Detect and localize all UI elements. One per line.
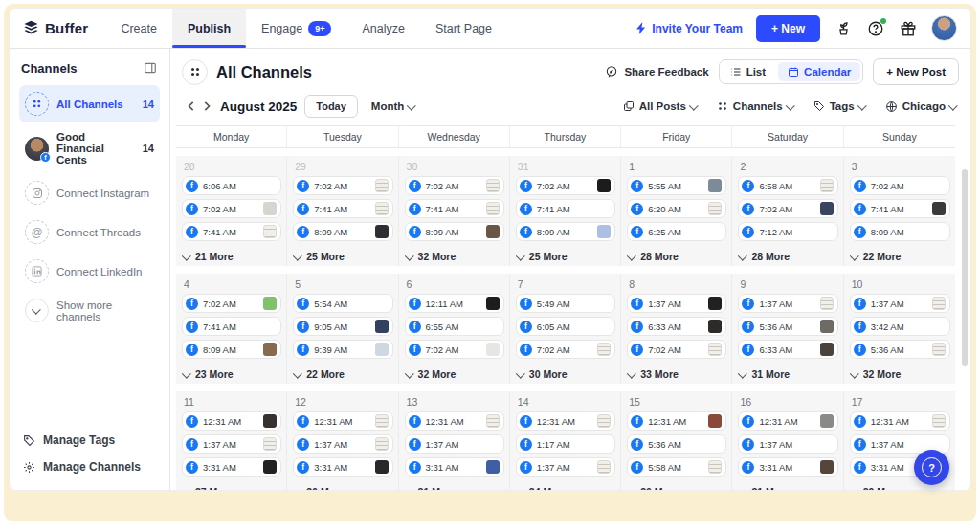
scheduled-post-chip[interactable]: f3:31 AM [405, 457, 504, 477]
sidebar-item-all-channels[interactable]: All Channels 14 [19, 85, 160, 122]
calendar-scrollbar[interactable] [962, 169, 968, 366]
sidebar-item-good-financial-cents[interactable]: f Good Financial Cents 14 [19, 124, 160, 172]
nav-create[interactable]: Create [105, 9, 172, 48]
sidebar-item-connect-instagram[interactable]: Connect Instagram [19, 174, 160, 211]
show-more-posts-button[interactable]: 37 More [182, 484, 281, 490]
scheduled-post-chip[interactable]: f7:41 AM [850, 199, 950, 218]
show-more-posts-button[interactable]: 33 More [627, 366, 726, 381]
user-avatar[interactable] [931, 15, 957, 41]
scheduled-post-chip[interactable]: f1:37 AM [182, 434, 281, 454]
sidebar-item-show-more-channels[interactable]: Show more channels [19, 292, 160, 329]
calendar-day-cell[interactable]: 15f12:31 AMf5:36 AMf5:58 AM30 More [621, 391, 732, 490]
invite-your-team-link[interactable]: Invite Your Team [636, 22, 743, 35]
nav-publish[interactable]: Publish [172, 9, 246, 48]
scheduled-post-chip[interactable]: f7:41 AM [293, 199, 392, 218]
calendar-day-cell[interactable]: 12f12:31 AMf1:37 AMf3:31 AM36 More [287, 391, 398, 490]
calendar-day-cell[interactable]: 3f7:02 AMf7:41 AMf8:09 AM22 More [844, 156, 955, 266]
view-mode-dropdown[interactable]: Month [371, 100, 415, 112]
help-floating-button[interactable]: ? [914, 450, 949, 485]
show-more-posts-button[interactable]: 30 More [627, 484, 726, 490]
scheduled-post-chip[interactable]: f1:37 AM [738, 294, 837, 313]
show-more-posts-button[interactable]: 28 More [738, 249, 837, 263]
show-more-posts-button[interactable]: 21 More [182, 249, 281, 263]
show-more-posts-button[interactable]: 25 More [516, 249, 615, 263]
scheduled-post-chip[interactable]: f5:36 AM [850, 340, 950, 359]
calendar-day-cell[interactable]: 10f1:37 AMf3:42 AMf5:36 AM32 More [844, 274, 955, 384]
show-more-posts-button[interactable]: 30 More [516, 366, 615, 381]
scheduled-post-chip[interactable]: f12:31 AM [182, 411, 281, 431]
today-button[interactable]: Today [304, 95, 358, 118]
scheduled-post-chip[interactable]: f1:37 AM [293, 434, 392, 454]
scheduled-post-chip[interactable]: f7:02 AM [405, 176, 504, 195]
show-more-posts-button[interactable]: 32 More [405, 366, 504, 381]
collapse-sidebar-icon[interactable] [143, 60, 158, 76]
share-feedback-button[interactable]: Share Feedback [605, 65, 708, 78]
scheduled-post-chip[interactable]: f5:55 AM [627, 176, 726, 195]
next-month-button[interactable] [199, 99, 214, 114]
scheduled-post-chip[interactable]: f7:02 AM [516, 176, 615, 195]
show-more-posts-button[interactable]: 31 More [738, 484, 837, 490]
calendar-day-cell[interactable]: 14f12:31 AMf1:17 AMf1:37 AM34 More [510, 391, 621, 490]
scheduled-post-chip[interactable]: f7:02 AM [627, 340, 726, 359]
scheduled-post-chip[interactable]: f7:41 AM [405, 199, 504, 218]
streak-plant-icon[interactable] [834, 19, 853, 38]
scheduled-post-chip[interactable]: f1:37 AM [405, 434, 504, 454]
timezone-selector[interactable]: Chicago [885, 100, 957, 113]
scheduled-post-chip[interactable]: f7:02 AM [850, 176, 950, 195]
gift-icon[interactable] [899, 19, 918, 38]
scheduled-post-chip[interactable]: f12:31 AM [850, 411, 950, 431]
show-more-posts-button[interactable]: 31 More [738, 366, 837, 381]
scheduled-post-chip[interactable]: f6:20 AM [627, 199, 726, 218]
show-more-posts-button[interactable]: 22 More [850, 249, 950, 263]
calendar-day-cell[interactable]: 9f1:37 AMf5:36 AMf6:33 AM31 More [732, 274, 843, 384]
calendar-day-cell[interactable]: 2f6:58 AMf7:02 AMf7:12 AM28 More [732, 156, 843, 266]
show-more-posts-button[interactable]: 32 More [405, 249, 504, 263]
scheduled-post-chip[interactable]: f12:31 AM [293, 411, 392, 431]
scheduled-post-chip[interactable]: f5:54 AM [293, 294, 392, 313]
scheduled-post-chip[interactable]: f5:58 AM [627, 457, 726, 477]
scheduled-post-chip[interactable]: f5:36 AM [738, 317, 837, 336]
scheduled-post-chip[interactable]: f3:31 AM [738, 457, 837, 477]
scheduled-post-chip[interactable]: f1:17 AM [516, 434, 615, 454]
scheduled-post-chip[interactable]: f12:31 AM [516, 411, 615, 431]
scheduled-post-chip[interactable]: f6:33 AM [738, 340, 837, 359]
sidebar-item-connect-linkedin[interactable]: Connect LinkedIn [19, 253, 160, 290]
scheduled-post-chip[interactable]: f7:02 AM [405, 340, 504, 359]
prev-month-button[interactable] [184, 99, 199, 114]
show-more-posts-button[interactable]: 31 More [405, 484, 504, 490]
scheduled-post-chip[interactable]: f6:55 AM [405, 317, 504, 336]
scheduled-post-chip[interactable]: f1:37 AM [627, 294, 726, 313]
calendar-day-cell[interactable]: 5f5:54 AMf9:05 AMf9:39 AM22 More [287, 274, 398, 384]
help-icon[interactable] [866, 19, 885, 38]
manage-tags-link[interactable]: Manage Tags [19, 427, 161, 454]
scheduled-post-chip[interactable]: f7:41 AM [516, 199, 615, 218]
show-more-posts-button[interactable]: 28 More [627, 249, 726, 263]
scheduled-post-chip[interactable]: f12:11 AM [405, 294, 504, 313]
show-more-posts-button[interactable]: 32 More [850, 366, 950, 381]
scheduled-post-chip[interactable]: f8:09 AM [293, 222, 392, 241]
calendar-day-cell[interactable]: 6f12:11 AMf6:55 AMf7:02 AM32 More [399, 274, 510, 384]
scheduled-post-chip[interactable]: f7:41 AM [182, 317, 281, 336]
nav-analyze[interactable]: Analyze [346, 9, 419, 48]
scheduled-post-chip[interactable]: f7:02 AM [293, 176, 392, 195]
sidebar-item-connect-threads[interactable]: @ Connect Threads [19, 213, 160, 251]
scheduled-post-chip[interactable]: f12:31 AM [405, 411, 504, 431]
scheduled-post-chip[interactable]: f6:25 AM [627, 222, 726, 241]
scheduled-post-chip[interactable]: f3:31 AM [293, 457, 392, 477]
show-more-posts-button[interactable]: 23 More [182, 366, 281, 381]
scheduled-post-chip[interactable]: f1:37 AM [738, 434, 837, 454]
calendar-day-cell[interactable]: 16f12:31 AMf1:37 AMf3:31 AM31 More [732, 391, 843, 490]
scheduled-post-chip[interactable]: f7:12 AM [738, 222, 837, 241]
calendar-view-button[interactable]: Calendar [778, 62, 860, 81]
list-view-button[interactable]: List [720, 60, 776, 83]
scheduled-post-chip[interactable]: f6:06 AM [182, 176, 281, 195]
scheduled-post-chip[interactable]: f8:09 AM [182, 340, 281, 359]
nav-engage[interactable]: Engage9+ [246, 9, 346, 48]
scheduled-post-chip[interactable]: f6:58 AM [738, 176, 837, 195]
scheduled-post-chip[interactable]: f3:31 AM [182, 457, 281, 477]
calendar-day-cell[interactable]: 11f12:31 AMf1:37 AMf3:31 AM37 More [176, 391, 287, 490]
manage-channels-link[interactable]: Manage Channels [19, 454, 161, 480]
calendar-day-cell[interactable]: 7f5:49 AMf6:05 AMf7:02 AM30 More [510, 274, 621, 384]
scheduled-post-chip[interactable]: f5:36 AM [627, 434, 726, 454]
scheduled-post-chip[interactable]: f9:39 AM [293, 340, 392, 359]
